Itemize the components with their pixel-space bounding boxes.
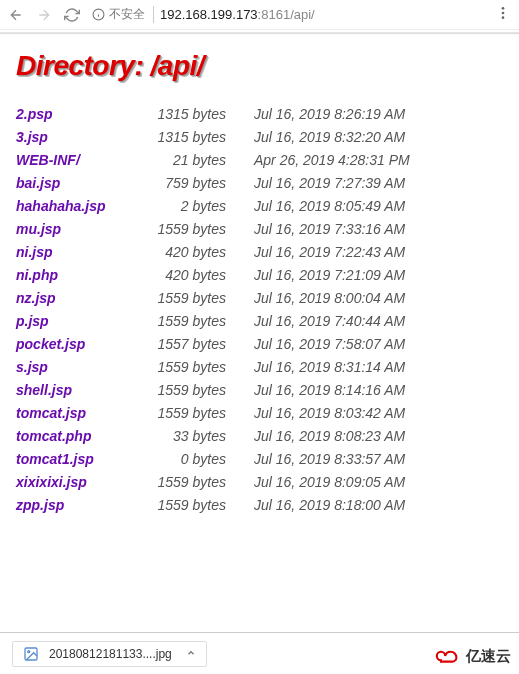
- svg-point-5: [502, 16, 505, 19]
- file-name-cell: bai.jsp: [16, 171, 146, 194]
- url-text: 192.168.199.173:8161/api/: [160, 7, 315, 22]
- file-size-cell: 420 bytes: [146, 240, 246, 263]
- table-row: tomcat.php 33 bytes Jul 16, 2019 8:08:23…: [16, 424, 410, 447]
- watermark-text: 亿速云: [466, 647, 511, 666]
- file-date-cell: Jul 16, 2019 8:03:42 AM: [246, 401, 410, 424]
- file-name-cell: ni.jsp: [16, 240, 146, 263]
- svg-point-4: [502, 11, 505, 14]
- file-date-cell: Jul 16, 2019 8:18:00 AM: [246, 493, 410, 516]
- file-name-cell: mu.jsp: [16, 217, 146, 240]
- table-row: 3.jsp 1315 bytes Jul 16, 2019 8:32:20 AM: [16, 125, 410, 148]
- file-size-cell: 0 bytes: [146, 447, 246, 470]
- file-link[interactable]: nz.jsp: [16, 290, 56, 306]
- insecure-label: 不安全: [109, 6, 145, 23]
- file-name-cell: zpp.jsp: [16, 493, 146, 516]
- file-date-cell: Jul 16, 2019 8:33:57 AM: [246, 447, 410, 470]
- file-link[interactable]: shell.jsp: [16, 382, 72, 398]
- file-size-cell: 1559 bytes: [146, 378, 246, 401]
- file-link[interactable]: tomcat.jsp: [16, 405, 86, 421]
- file-size-cell: 1315 bytes: [146, 125, 246, 148]
- table-row: ni.php 420 bytes Jul 16, 2019 7:21:09 AM: [16, 263, 410, 286]
- file-link[interactable]: pocket.jsp: [16, 336, 85, 352]
- file-size-cell: 1559 bytes: [146, 470, 246, 493]
- file-date-cell: Jul 16, 2019 7:33:16 AM: [246, 217, 410, 240]
- table-row: tomcat1.jsp 0 bytes Jul 16, 2019 8:33:57…: [16, 447, 410, 470]
- file-date-cell: Jul 16, 2019 8:14:16 AM: [246, 378, 410, 401]
- file-name-cell: xixixixi.jsp: [16, 470, 146, 493]
- file-date-cell: Jul 16, 2019 8:00:04 AM: [246, 286, 410, 309]
- file-link[interactable]: mu.jsp: [16, 221, 61, 237]
- address-bar[interactable]: 不安全 192.168.199.173:8161/api/: [92, 6, 483, 23]
- file-name-cell: tomcat.jsp: [16, 401, 146, 424]
- file-size-cell: 1557 bytes: [146, 332, 246, 355]
- table-row: pocket.jsp 1557 bytes Jul 16, 2019 7:58:…: [16, 332, 410, 355]
- cloud-logo-icon: [434, 646, 462, 666]
- page-title: Directory: /api/: [16, 50, 503, 82]
- file-date-cell: Jul 16, 2019 7:21:09 AM: [246, 263, 410, 286]
- back-button[interactable]: [8, 7, 24, 23]
- file-size-cell: 1559 bytes: [146, 217, 246, 240]
- file-date-cell: Jul 16, 2019 8:32:20 AM: [246, 125, 410, 148]
- file-date-cell: Jul 16, 2019 8:08:23 AM: [246, 424, 410, 447]
- file-size-cell: 1559 bytes: [146, 401, 246, 424]
- file-size-cell: 21 bytes: [146, 148, 246, 171]
- info-icon: [92, 8, 105, 21]
- file-name-cell: p.jsp: [16, 309, 146, 332]
- file-link[interactable]: zpp.jsp: [16, 497, 64, 513]
- file-size-cell: 2 bytes: [146, 194, 246, 217]
- chevron-up-icon[interactable]: [186, 647, 196, 661]
- menu-button[interactable]: [495, 5, 511, 25]
- file-name-cell: ni.php: [16, 263, 146, 286]
- table-row: s.jsp 1559 bytes Jul 16, 2019 8:31:14 AM: [16, 355, 410, 378]
- file-date-cell: Jul 16, 2019 8:26:19 AM: [246, 102, 410, 125]
- file-link[interactable]: WEB-INF/: [16, 152, 80, 168]
- table-row: hahahaha.jsp 2 bytes Jul 16, 2019 8:05:4…: [16, 194, 410, 217]
- file-link[interactable]: hahahaha.jsp: [16, 198, 105, 214]
- file-link[interactable]: xixixixi.jsp: [16, 474, 87, 490]
- file-link[interactable]: ni.php: [16, 267, 58, 283]
- file-link[interactable]: s.jsp: [16, 359, 48, 375]
- file-size-cell: 420 bytes: [146, 263, 246, 286]
- file-date-cell: Jul 16, 2019 7:40:44 AM: [246, 309, 410, 332]
- file-link[interactable]: 3.jsp: [16, 129, 48, 145]
- file-link[interactable]: tomcat1.jsp: [16, 451, 94, 467]
- file-link[interactable]: 2.psp: [16, 106, 53, 122]
- file-name-cell: WEB-INF/: [16, 148, 146, 171]
- file-name-cell: tomcat.php: [16, 424, 146, 447]
- table-row: shell.jsp 1559 bytes Jul 16, 2019 8:14:1…: [16, 378, 410, 401]
- download-filename: 20180812181133....jpg: [49, 647, 172, 661]
- svg-point-7: [28, 650, 30, 652]
- reload-button[interactable]: [64, 7, 80, 23]
- table-row: bai.jsp 759 bytes Jul 16, 2019 7:27:39 A…: [16, 171, 410, 194]
- file-name-cell: 2.psp: [16, 102, 146, 125]
- table-row: WEB-INF/ 21 bytes Apr 26, 2019 4:28:31 P…: [16, 148, 410, 171]
- file-link[interactable]: p.jsp: [16, 313, 49, 329]
- file-date-cell: Jul 16, 2019 8:05:49 AM: [246, 194, 410, 217]
- file-name-cell: s.jsp: [16, 355, 146, 378]
- file-size-cell: 1559 bytes: [146, 309, 246, 332]
- directory-listing: 2.psp 1315 bytes Jul 16, 2019 8:26:19 AM…: [16, 102, 410, 516]
- file-date-cell: Jul 16, 2019 8:31:14 AM: [246, 355, 410, 378]
- svg-point-3: [502, 7, 505, 10]
- file-link[interactable]: ni.jsp: [16, 244, 53, 260]
- file-date-cell: Apr 26, 2019 4:28:31 PM: [246, 148, 410, 171]
- downloads-bar: 20180812181133....jpg 亿速云: [0, 632, 519, 674]
- file-size-cell: 1559 bytes: [146, 493, 246, 516]
- file-size-cell: 1315 bytes: [146, 102, 246, 125]
- file-size-cell: 1559 bytes: [146, 355, 246, 378]
- file-date-cell: Jul 16, 2019 7:22:43 AM: [246, 240, 410, 263]
- table-row: mu.jsp 1559 bytes Jul 16, 2019 7:33:16 A…: [16, 217, 410, 240]
- file-link[interactable]: bai.jsp: [16, 175, 60, 191]
- file-link[interactable]: tomcat.php: [16, 428, 91, 444]
- download-item[interactable]: 20180812181133....jpg: [12, 641, 207, 667]
- forward-button[interactable]: [36, 7, 52, 23]
- file-name-cell: tomcat1.jsp: [16, 447, 146, 470]
- file-date-cell: Jul 16, 2019 8:09:05 AM: [246, 470, 410, 493]
- table-row: ni.jsp 420 bytes Jul 16, 2019 7:22:43 AM: [16, 240, 410, 263]
- security-indicator[interactable]: 不安全: [92, 6, 154, 23]
- watermark: 亿速云: [434, 646, 511, 666]
- file-size-cell: 759 bytes: [146, 171, 246, 194]
- file-size-cell: 1559 bytes: [146, 286, 246, 309]
- table-row: tomcat.jsp 1559 bytes Jul 16, 2019 8:03:…: [16, 401, 410, 424]
- browser-toolbar: 不安全 192.168.199.173:8161/api/: [0, 0, 519, 30]
